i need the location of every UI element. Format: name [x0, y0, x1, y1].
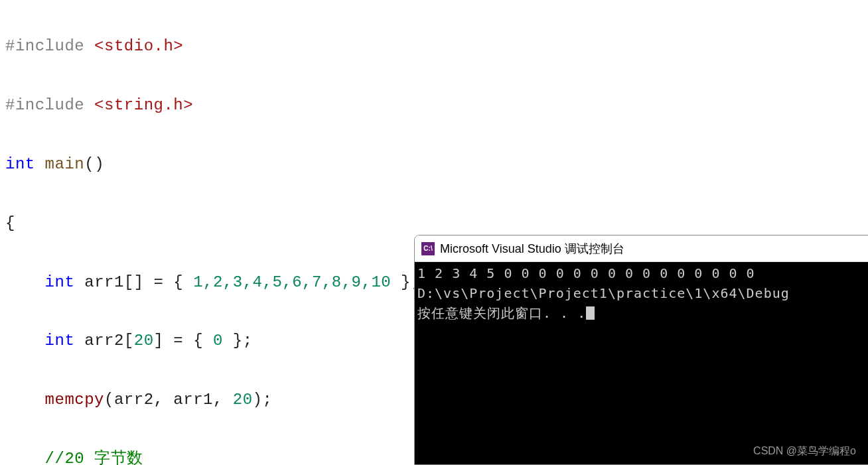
- watermark: CSDN @菜鸟学编程o: [753, 444, 856, 458]
- output-line: 1 2 3 4 5 0 0 0 0 0 0 0 0 0 0 0 0 0 0 0: [417, 265, 755, 281]
- array-values: 1,2,3,4,5,6,7,8,9,10: [193, 273, 391, 291]
- vs-icon: C:\: [421, 242, 435, 255]
- memcpy-fn: memcpy: [45, 391, 104, 409]
- console-output[interactable]: 1 2 3 4 5 0 0 0 0 0 0 0 0 0 0 0 0 0 0 0 …: [415, 262, 868, 464]
- type-keyword: int: [5, 155, 35, 173]
- cursor-icon: [586, 306, 595, 320]
- type-keyword: int: [45, 332, 75, 350]
- preproc-directive: #include: [5, 37, 84, 55]
- include-header: <string.h>: [84, 96, 193, 114]
- brace-open: {: [5, 214, 15, 232]
- parens: (): [84, 155, 104, 173]
- debug-console-window[interactable]: C:\ Microsoft Visual Studio 调试控制台 1 2 3 …: [414, 235, 868, 465]
- type-keyword: int: [45, 273, 75, 291]
- arr2-decl: arr2[: [74, 332, 133, 350]
- main-fn: main: [35, 155, 85, 173]
- arr1-decl: arr1[] = {: [74, 273, 193, 291]
- include-header: <stdio.h>: [84, 37, 183, 55]
- console-titlebar[interactable]: C:\ Microsoft Visual Studio 调试控制台: [415, 235, 868, 262]
- output-line: 按任意键关闭此窗口. . .: [417, 305, 586, 321]
- preproc-directive: #include: [5, 96, 84, 114]
- console-title: Microsoft Visual Studio 调试控制台: [440, 241, 624, 257]
- output-line: D:\vs\Project\Project1\practice\1\x64\De…: [417, 285, 790, 301]
- comment: //20 字节数: [45, 450, 143, 465]
